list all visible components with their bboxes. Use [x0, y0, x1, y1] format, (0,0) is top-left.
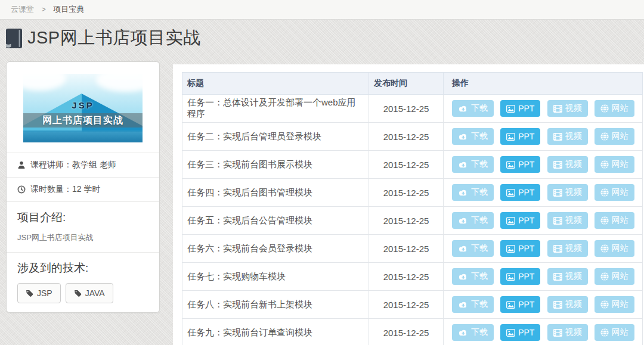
- download-button[interactable]: 下载: [452, 268, 494, 285]
- website-button[interactable]: 网站: [595, 324, 634, 341]
- task-date: 2015-12-25: [383, 300, 429, 310]
- download-button[interactable]: 下载: [452, 324, 494, 341]
- project-intro-text: JSP网上书店项目实战: [17, 232, 148, 243]
- download-label: 下载: [471, 327, 488, 338]
- ppt-button[interactable]: PPT: [500, 296, 540, 313]
- ppt-button[interactable]: PPT: [500, 212, 540, 229]
- website-button[interactable]: 网站: [595, 212, 634, 229]
- film-icon: [553, 189, 562, 197]
- task-date-cell: 2015-12-25: [369, 179, 444, 207]
- globe-icon: [600, 104, 609, 113]
- task-actions-cell: 下载 PPT 视频: [444, 151, 643, 179]
- ppt-button[interactable]: PPT: [500, 324, 540, 341]
- breadcrumb: 云课堂 > 项目宝典: [0, 0, 644, 19]
- website-button[interactable]: 网站: [595, 268, 634, 285]
- book-icon: [6, 29, 22, 48]
- video-button[interactable]: 视频: [547, 128, 588, 145]
- breadcrumb-home-link[interactable]: 云课堂: [11, 5, 34, 14]
- download-button[interactable]: 下载: [452, 240, 494, 257]
- download-button[interactable]: 下载: [452, 296, 494, 313]
- task-actions-cell: 下载 PPT 视频: [444, 123, 643, 151]
- tag-icon: [26, 290, 33, 297]
- download-button[interactable]: 下载: [452, 156, 494, 173]
- table-row: 任务九：实现前台订单查询模块 2015-12-25 下载: [182, 319, 643, 345]
- download-button[interactable]: 下载: [452, 184, 494, 201]
- video-button[interactable]: 视频: [547, 268, 588, 285]
- download-button[interactable]: 下载: [452, 128, 494, 145]
- video-label: 视频: [565, 215, 582, 226]
- tag-jsp[interactable]: JSP: [17, 283, 61, 303]
- website-button[interactable]: 网站: [595, 296, 634, 313]
- video-button[interactable]: 视频: [547, 156, 588, 173]
- ppt-button[interactable]: PPT: [500, 128, 540, 145]
- image-icon: [506, 273, 515, 281]
- instructor-label: 课程讲师：教学组 老师: [30, 160, 116, 170]
- ppt-button[interactable]: PPT: [500, 184, 540, 201]
- tech-section: 涉及到的技术: JSP JAVA: [7, 252, 159, 312]
- video-label: 视频: [565, 187, 582, 198]
- download-button[interactable]: 下载: [452, 212, 494, 229]
- water-reflection: [23, 130, 143, 142]
- video-button[interactable]: 视频: [547, 296, 588, 313]
- task-date-cell: 2015-12-25: [369, 207, 444, 235]
- task-date: 2015-12-25: [383, 328, 429, 338]
- website-button[interactable]: 网站: [595, 240, 634, 257]
- page-title: JSP网上书店项目实战: [27, 26, 201, 50]
- video-button[interactable]: 视频: [547, 240, 588, 257]
- globe-icon: [600, 188, 609, 197]
- cloud-download-icon: [458, 189, 468, 197]
- ppt-button[interactable]: PPT: [500, 240, 540, 257]
- download-button[interactable]: 下载: [452, 100, 494, 117]
- website-button[interactable]: 网站: [595, 156, 634, 173]
- task-title-cell: 任务九：实现前台订单查询模块: [182, 319, 369, 345]
- task-date: 2015-12-25: [383, 188, 429, 198]
- cloud-download-icon: [458, 133, 468, 141]
- video-label: 视频: [565, 243, 582, 254]
- task-title-cell: 任务八：实现前台新书上架模块: [182, 291, 369, 319]
- project-intro-section: 项目介绍: JSP网上书店项目实战: [7, 201, 159, 252]
- task-date: 2015-12-25: [383, 244, 429, 254]
- task-actions-cell: 下载 PPT 视频: [444, 263, 643, 291]
- task-actions-cell: 下载 PPT 视频: [444, 291, 643, 319]
- task-title: 任务二：实现后台管理员登录模块: [187, 131, 321, 141]
- video-button[interactable]: 视频: [547, 324, 588, 341]
- website-button[interactable]: 网站: [595, 100, 634, 117]
- task-table: 标题 发布时间 操作 任务一：总体设计及开发部署一个web应用程序 2015-1…: [182, 72, 643, 345]
- film-icon: [553, 273, 562, 281]
- website-label: 网站: [612, 215, 628, 226]
- breadcrumb-bar: 云课堂 > 项目宝典: [0, 0, 644, 20]
- table-row: 任务二：实现后台管理员登录模块 2015-12-25 下载: [182, 123, 643, 151]
- task-title: 任务九：实现前台订单查询模块: [187, 327, 312, 337]
- tag-label: JSP: [37, 288, 52, 298]
- video-button[interactable]: 视频: [547, 184, 588, 201]
- video-button[interactable]: 视频: [547, 212, 588, 229]
- cloud-download-icon: [458, 301, 468, 309]
- video-button[interactable]: 视频: [547, 100, 588, 117]
- ppt-button[interactable]: PPT: [500, 268, 540, 285]
- ppt-label: PPT: [518, 104, 534, 113]
- task-date: 2015-12-25: [383, 216, 429, 226]
- task-date-cell: 2015-12-25: [369, 123, 444, 151]
- table-row: 任务五：实现后台公告管理模块 2015-12-25 下载: [182, 207, 643, 235]
- task-title-cell: 任务七：实现购物车模块: [182, 263, 369, 291]
- website-button[interactable]: 网站: [595, 128, 634, 145]
- task-actions-cell: 下载 PPT 视频: [444, 179, 643, 207]
- website-button[interactable]: 网站: [595, 184, 634, 201]
- breadcrumb-separator: >: [42, 5, 46, 14]
- ppt-button[interactable]: PPT: [500, 156, 540, 173]
- tag-java[interactable]: JAVA: [66, 283, 113, 303]
- film-icon: [553, 329, 562, 337]
- task-title-cell: 任务二：实现后台管理员登录模块: [182, 123, 369, 151]
- film-icon: [553, 245, 562, 253]
- column-header-date: 发布时间: [369, 73, 444, 95]
- image-icon: [506, 301, 515, 309]
- image-icon: [506, 105, 515, 113]
- cloud-download-icon: [458, 329, 468, 337]
- download-label: 下载: [471, 103, 488, 114]
- video-label: 视频: [565, 131, 582, 142]
- download-label: 下载: [471, 243, 488, 254]
- image-icon: [506, 217, 515, 225]
- cloud-decoration: [96, 74, 143, 92]
- cloud-download-icon: [458, 161, 468, 169]
- ppt-button[interactable]: PPT: [500, 100, 540, 117]
